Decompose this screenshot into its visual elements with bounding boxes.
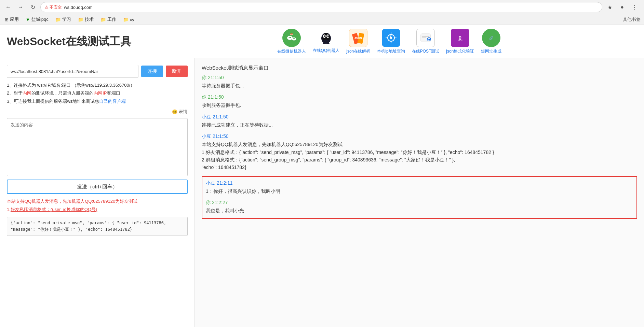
svg-point-14 [327,35,329,37]
message-entry-1: 你 21:1:50 收到服务器握手包. [202,94,637,109]
svg-rect-18 [323,43,326,44]
shorturl-label: 短网址生成 [481,48,501,54]
svg-text:IP: IP [390,35,392,37]
svg-text:🔗: 🔗 [489,36,494,40]
message-entry-5: 你 21:2:27 我也是，我叫小光 [206,200,633,214]
xy-icon: 📁 [123,17,129,22]
promo-line-1: 本站支持QQ机器人发消息，先加机器人QQ:625789120为好友测试 [7,197,188,205]
instruction-1: 1、连接格式为 ws://IP/域名:端口 （示例ws://119.29.3.3… [7,81,188,89]
message-time-4: 小豆 21:2:11 [206,180,633,186]
bookmark-study[interactable]: 📁 学习 [54,16,72,23]
svg-point-4 [292,38,296,41]
apps-icon: ⊞ [5,17,9,22]
forward-button[interactable]: → [16,2,25,12]
message-body-2: 连接已成功建立，正在等待数据... [202,121,637,129]
bookmarks-bar: ⊞ 应用 ▼ 盐城ipqc 📁 学习 📁 技术 📁 工作 📁 xy 其他书签 [0,14,644,25]
promo-line-2: 1.好友私聊消息格式：(user_id换成你的QQ号) [7,205,188,213]
post-label: 在线POST测试 [412,48,440,54]
bookmark-apps[interactable]: ⊞ 应用 [3,16,20,23]
bookmarks-more[interactable]: 其他书签 [623,16,641,23]
message-time-0: 你 21:1:50 [202,75,637,81]
menu-button[interactable]: ⋮ [630,2,639,12]
yancheng-icon: ▼ [26,17,30,22]
send-button[interactable]: 发送（ctrl+回车） [7,180,188,194]
svg-text:JSON: JSON [458,39,463,41]
ip-label: 本机ip地址查询 [377,48,405,54]
qq-icon [318,29,335,46]
message-entry-3: 小豆 21:1:50 本站支持QQ机器人发消息，先加机器人QQ:62578912… [202,133,637,171]
message-input[interactable] [7,118,188,176]
refresh-button[interactable]: ↻ [28,2,38,12]
work-icon: 📁 [100,17,106,22]
address-text: ws.douqq.com [64,5,598,10]
nav-tool-json-format[interactable]: {} JSON json格式化验证 [446,29,474,54]
bookmark-tech[interactable]: 📁 技术 [77,16,95,23]
message-body-4: 1：你好，很高兴认识你，我叫小明 [206,187,633,195]
message-body-0: 等待服务器握手包... [202,82,637,89]
bookmark-yancheng[interactable]: ▼ 盐城ipqc [24,16,50,23]
json-label: json在线解析 [346,48,370,54]
qq-label: 在线QQ机器人 [313,48,340,54]
address-bar[interactable]: ⚠ 不安全 ws.douqq.com [40,2,602,12]
message-time-1: 你 21:1:50 [202,94,637,100]
right-panel: WebSocket测试消息显示窗口 你 21:1:50 等待服务器握手包... … [195,58,644,327]
qq-promo: 本站支持QQ机器人发消息，先加机器人QQ:625789120为好友测试 1.好友… [7,197,188,213]
svg-rect-19 [326,43,330,44]
json-format-label: json格式化验证 [446,48,474,54]
bookmark-work[interactable]: 📁 工作 [99,16,118,23]
message-entry-0: 你 21:1:50 等待服务器握手包... [202,75,637,89]
svg-text:NEW: NEW [290,34,293,35]
browser-chrome: ← → ↻ ⚠ 不安全 ws.douqq.com ★ ● ⋮ ⊞ 应用 ▼ 盐城… [0,0,644,25]
security-badge: ⚠ 不安全 [45,4,62,10]
profile-button[interactable]: ● [617,2,627,12]
post-icon: ✏ [416,29,435,47]
svg-text:JSON: JSON [354,37,362,40]
browser-icons: ★ ● ⋮ [605,2,641,12]
nav-tool-ip[interactable]: IP 本机ip地址查询 [377,29,405,54]
svg-point-15 [323,40,329,42]
json-icon: JSON [349,29,367,47]
site-title: WebSocket在线测试工具 [7,34,131,49]
back-button[interactable]: ← [3,2,13,12]
svg-point-1 [287,36,293,40]
message-time-2: 小豆 21:1:50 [202,114,637,120]
instruction-2: 2、对于内网的测试环境，只需填入服务端的内网IP和端口 [7,89,188,97]
instruction-3: 3、可连接我上面提供的服务端ws地址来测试您自己的客户端 [7,97,188,105]
tech-icon: 📁 [78,17,83,22]
svg-point-13 [324,35,325,37]
connect-button[interactable]: 连接 [141,66,163,77]
nav-tool-shorturl[interactable]: 🔗 短网址生成 [481,29,501,54]
message-body-5: 我也是，我叫小光 [206,207,633,214]
svg-point-5 [293,38,294,39]
wechat-icon: NEW [282,29,301,47]
nav-tool-json[interactable]: JSON json在线解析 [346,29,370,54]
chat-window-title: WebSocket测试消息显示窗口 [202,65,637,71]
nav-tool-post[interactable]: ✏ 在线POST测试 [412,29,440,54]
message-body-1: 收到服务器握手包. [202,101,637,109]
browser-toolbar: ← → ↻ ⚠ 不安全 ws.douqq.com ★ ● ⋮ [0,0,644,14]
star-button[interactable]: ★ [605,2,615,12]
json-example: {"action": "send_private_msg", "params":… [7,217,188,236]
svg-text:{}: {} [459,36,461,40]
emoji-label: 表情 [179,109,188,115]
message-entry-4: 小豆 21:2:11 1：你好，很高兴认识你，我叫小明 [206,180,633,195]
svg-point-6 [294,38,295,39]
connection-row: 连接 断开 [7,65,188,78]
message-time-5: 你 21:2:27 [206,200,633,206]
nav-tool-qq[interactable]: 在线QQ机器人 [313,29,340,54]
message-body-3: 本站支持QQ机器人发消息，先加机器人QQ:625789120为好友测试 1.好友… [202,141,637,171]
left-panel: 连接 断开 1、连接格式为 ws://IP/域名:端口 （示例ws://119.… [0,58,195,327]
ip-icon: IP [382,29,400,47]
instructions: 1、连接格式为 ws://IP/域名:端口 （示例ws://119.29.3.3… [7,81,188,105]
svg-point-2 [289,37,290,38]
nav-tools: NEW 在线微信机器人 [142,29,637,54]
page-content: WebSocket在线测试工具 NEW [0,25,644,327]
shorturl-icon: 🔗 [482,29,500,47]
ws-url-input[interactable] [7,65,138,78]
bookmark-xy[interactable]: 📁 xy [122,16,136,23]
emoji-row[interactable]: 😊 表情 [7,109,188,115]
study-icon: 📁 [55,17,61,22]
nav-tool-wechat[interactable]: NEW 在线微信机器人 [277,29,306,54]
disconnect-button[interactable]: 断开 [166,66,188,77]
json-format-icon: {} JSON [451,29,469,47]
